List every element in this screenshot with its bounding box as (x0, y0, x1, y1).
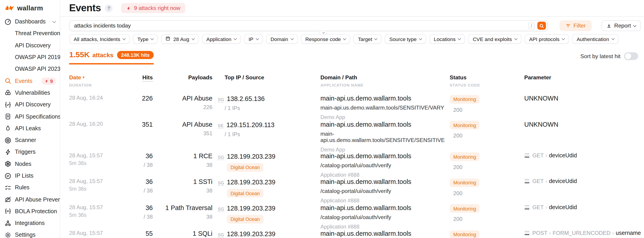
search-expand-handle[interactable] (320, 31, 327, 35)
hits-value: 226 (137, 95, 153, 102)
sidebar-item-threat-prevention[interactable]: Threat Prevention (0, 28, 60, 40)
hexagon-icon (4, 160, 11, 167)
filter-chip-application[interactable]: Application (202, 34, 241, 44)
col-subheader-duration: DURATION (69, 83, 137, 88)
filter-chips-row: All attacks, IncidentsType28 AugApplicat… (60, 31, 644, 44)
status-badge: Monitoring (450, 178, 480, 187)
filter-chip-locations[interactable]: Locations (429, 34, 465, 44)
sidebar-item-scanner[interactable]: Scanner (0, 134, 60, 146)
country-code[interactable]: SG (218, 233, 224, 238)
sidebar-item-label: Triggers (15, 149, 36, 155)
event-domain: main-api.us.demo.wallarm.tools (320, 204, 450, 211)
filter-chip-response-code[interactable]: Response code (301, 34, 350, 44)
filter-chip-target[interactable]: Target (354, 34, 382, 44)
event-duration: 5m 36s (69, 186, 137, 192)
country-code[interactable]: SG (218, 155, 224, 160)
sidebar-item-triggers[interactable]: Triggers (0, 146, 60, 158)
sidebar-item-events[interactable]: Events9 (0, 75, 60, 87)
help-icon[interactable]: ? (105, 4, 113, 12)
cell-payloads: 1 SQLi (153, 230, 212, 238)
attacks-now-badge[interactable]: 9 attacks right now (121, 3, 185, 13)
cell-source: SG128.199.203.239 Digital Ocean (218, 230, 320, 238)
chevron-down-icon (322, 31, 324, 34)
search-button[interactable] (537, 22, 546, 30)
cell-payloads: 1 SSTi 38 (153, 178, 212, 203)
hits-value: 36 (137, 178, 153, 185)
bolt-icon (4, 149, 11, 155)
cell-spacer (212, 230, 218, 238)
country-code[interactable]: SE (218, 123, 224, 128)
source-ip-count: / 1 IPs (224, 105, 320, 111)
sidebar-item-owasp-api-2019[interactable]: OWASP API 2019 (0, 51, 60, 63)
sidebar-item-integrations[interactable]: Integrations (0, 217, 60, 229)
attacks-tab[interactable]: 1.55K attacks 248.13K hits (69, 50, 154, 64)
event-path: /catalog-portal/ui/oauth/verify (320, 188, 450, 194)
sidebar-item-dashboards[interactable]: Dashboards (0, 16, 60, 28)
event-row[interactable]: 28 Aug, 15:57 5m 36s 36 / 38 1 SSTi 38 S… (69, 178, 635, 204)
payload-count: 38 (153, 162, 212, 168)
cell-parameter: UNKNOWN (524, 95, 635, 120)
sidebar-item-rules[interactable]: Rules (0, 182, 60, 194)
report-button[interactable]: Report (602, 20, 641, 31)
country-code[interactable]: SG (218, 207, 224, 212)
col-header-date[interactable]: Date▼ DURATION (69, 74, 137, 88)
search-input[interactable] (74, 22, 528, 29)
cell-hits: 36 / 38 (137, 152, 153, 177)
sort-toggle[interactable] (624, 52, 638, 60)
cell-domain-path: main-api.us.demo.wallarm.tools /login.ph… (320, 230, 450, 238)
param-part: GET (532, 178, 544, 184)
target-icon (4, 137, 11, 143)
sidebar-item-api-specifications[interactable]: API Specifications (0, 111, 60, 122)
sidebar-item-vulnerabilities[interactable]: Vulnerabilities (0, 87, 60, 99)
sidebar-item-ip-lists[interactable]: IPIP Lists (0, 170, 60, 182)
cell-payloads: 1 RCE 38 (153, 152, 212, 177)
event-row[interactable]: 28 Aug, 15:57 5m 36s 36 / 38 1 RCE 38 SG… (69, 152, 635, 178)
filter-chip-label: API protocols (529, 36, 560, 42)
status-badge: Monitoring (450, 204, 480, 213)
country-code[interactable]: SG (218, 181, 224, 186)
wallarm-logo[interactable]: wallarm (0, 3, 60, 16)
sidebar-item-api-discovery[interactable]: API Discovery (0, 99, 60, 111)
sidebar-item-owasp-api-2023[interactable]: OWASP API 2023 (0, 63, 60, 75)
svg-text:IP: IP (6, 174, 9, 178)
country-code[interactable]: SG (218, 97, 224, 102)
filter-chip-api-protocols[interactable]: API protocols (525, 34, 569, 44)
toggle-knob (625, 53, 631, 59)
sidebar-item-label: Nodes (15, 161, 32, 167)
bot-icon (4, 196, 11, 203)
event-row[interactable]: 28 Aug, 16:24 226 API Abuse 226 SG138.2.… (69, 95, 635, 120)
sidebar-item-api-leaks[interactable]: API Leaks (0, 122, 60, 134)
filter-chip-type[interactable]: Type (133, 34, 158, 44)
event-row[interactable]: 28 Aug, 15:57 11m 35s 55 1 SQLi SG128.19… (69, 230, 635, 238)
filter-chip-label: Locations (434, 36, 456, 42)
event-row[interactable]: 28 Aug, 16:20 351 API Abuse 351 SE129.15… (69, 120, 635, 152)
cell-parameter: POST›FORM_URLENCODED› username (524, 230, 635, 238)
cell-domain-path: main-api.us.demo.wallarm.tools main-api.… (320, 120, 450, 152)
sidebar-item-label: API Discovery (15, 42, 50, 48)
search-row: / Filter Report (60, 17, 644, 31)
chevron-down-icon (234, 37, 237, 40)
sidebar-item-label: OWASP API 2023 (15, 66, 60, 72)
filter-chip-domain[interactable]: Domain (266, 34, 298, 44)
filter-chip-source-type[interactable]: Source type (385, 34, 426, 44)
filter-chip-cve-and-exploits[interactable]: CVE and exploits (468, 34, 521, 44)
cell-parameter: UNKNOWN (524, 120, 635, 152)
filter-chip-label: Source type (389, 36, 417, 42)
filter-chip-label: 28 Aug (173, 36, 189, 42)
filter-chip-ip[interactable]: IP (244, 34, 263, 44)
chevron-down-icon (611, 37, 614, 40)
sidebar-item-bola-protection[interactable]: IDBOLA Protection (0, 206, 60, 218)
gauge-icon (4, 18, 11, 25)
filter-chip-all-attacks-incidents[interactable]: All attacks, Incidents (69, 34, 130, 44)
sidebar-item-nodes[interactable]: Nodes (0, 158, 60, 170)
source-ip: 128.199.203.239 (227, 205, 276, 212)
filter-chip-authentication[interactable]: Authentication (572, 34, 618, 44)
filter-button[interactable]: Filter (560, 20, 592, 31)
sidebar-item-api-discovery[interactable]: API Discovery (0, 39, 60, 51)
event-row[interactable]: 28 Aug, 15:57 5m 36s 36 / 38 1 Path Trav… (69, 204, 635, 230)
sidebar-item-settings[interactable]: Settings (0, 229, 60, 238)
col-header-hits[interactable]: Hits (137, 74, 153, 88)
source-ip: 128.199.203.239 (227, 153, 276, 160)
sidebar-item-api-abuse-prevention[interactable]: API Abuse Prevention (0, 194, 60, 206)
filter-chip-28-aug[interactable]: 28 Aug (161, 34, 198, 44)
